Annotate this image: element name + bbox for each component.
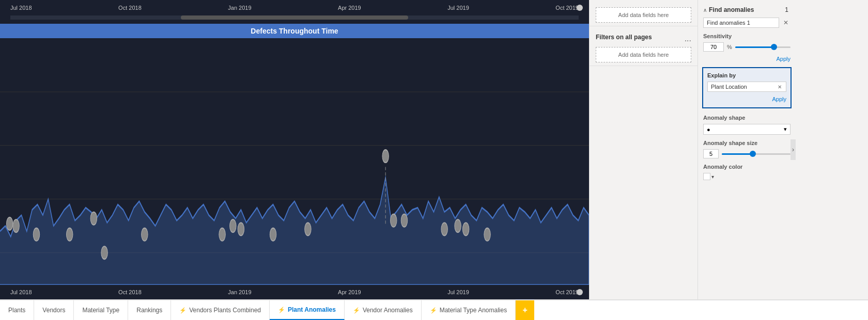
tab-vendors-plants-label: Vendors Plants Combined [189,307,261,314]
top-axis-label-5: Jul 2019 [447,5,469,11]
bottom-axis-label-2: Oct 2018 [118,289,142,295]
tab-vendor-anomalies[interactable]: ⚡ Vendor Anomalies [345,300,422,320]
svg-point-18 [382,150,389,163]
tab-material-type-label: Material Type [82,307,119,314]
tab-add-button[interactable]: + [516,300,534,320]
tab-rankings[interactable]: Rankings [128,300,171,320]
filter-section-2: Filters on all pages ... Add data fields… [590,30,698,66]
anomaly-name-badge[interactable]: Find anomalies 1 [703,18,779,28]
expand-arrow-icon: › [792,146,794,153]
tab-plants-label: Plants [8,307,25,314]
bottom-axis-label-4: Apr 2019 [338,289,361,295]
tab-vendor-anomalies-icon: ⚡ [353,307,360,314]
right-panel: ∧ Find anomalies 1 Find anomalies 1 ✕ Se… [698,0,796,299]
svg-point-10 [142,228,148,241]
tab-bar: Plants Vendors Material Type Rankings ⚡ … [0,299,868,320]
bottom-axis-label-1: Jul 2018 [10,289,32,295]
chart-title: Defects Throughout Time [0,24,589,38]
anomaly-size-value[interactable]: 5 [703,149,719,158]
svg-point-15 [305,222,311,235]
bottom-axis-label-6: Oct 2019 [555,289,579,295]
anomaly-shape-dropdown-arrow: ▾ [784,126,787,133]
tab-vendor-anomalies-label: Vendor Anomalies [363,307,413,314]
filter-add-box-1[interactable]: Add data fields here [596,7,691,23]
svg-point-22 [484,228,490,241]
anomaly-color-swatch [703,173,710,180]
sensitivity-apply-button[interactable]: Apply [698,54,796,64]
anomaly-shape-label: Anomaly shape [698,111,796,122]
explain-by-tag: Plant Location ✕ [707,82,786,92]
anomaly-size-row: 5 [698,147,796,161]
anomaly-shape-row: ● ▾ [698,122,796,137]
bottom-axis-label-3: Jan 2019 [228,289,251,295]
top-axis-label-2: Oct 2018 [118,5,142,11]
filters-panel: Add data fields here Filters on all page… [589,0,698,299]
explain-by-close-button[interactable]: ✕ [777,84,783,90]
tab-plant-anomalies-label: Plant Anomalies [288,306,336,313]
svg-point-6 [33,228,39,241]
scroll-dot-bottom[interactable] [577,289,583,295]
explain-by-tag-text: Plant Location [711,84,774,90]
svg-point-8 [90,212,97,225]
top-axis-label-1: Jul 2018 [10,5,32,11]
svg-point-11 [219,228,225,241]
svg-point-7 [67,228,73,241]
tab-material-type-anomalies-label: Material Type Anomalies [440,307,507,314]
svg-point-13 [238,222,244,235]
anomaly-color-swatch-box[interactable]: ▾ [703,173,714,180]
filter-section-1: Add data fields here [590,4,698,26]
svg-point-19 [441,222,447,235]
percent-label: % [727,44,732,50]
chart-scroll-bar-top[interactable] [10,15,579,20]
anomaly-color-row: ▾ [698,171,796,182]
explain-by-section: Explain by Plant Location ✕ Apply [702,67,792,108]
chart-main [0,38,589,285]
tab-vendors-plants-icon: ⚡ [179,307,187,314]
chart-bottom-axis: Jul 2018 Oct 2018 Jan 2019 Apr 2019 Jul … [0,285,589,299]
tab-plant-anomalies[interactable]: ⚡ Plant Anomalies [270,300,345,320]
tab-plants[interactable]: Plants [0,300,34,320]
sensitivity-value[interactable]: 70 [703,42,724,52]
tab-material-type[interactable]: Material Type [74,300,128,320]
tab-vendors[interactable]: Vendors [34,300,74,320]
sensitivity-label: Sensitivity [698,30,796,40]
filters-all-pages-title: Filters on all pages [596,34,652,41]
anomaly-name-row: Find anomalies 1 ✕ [698,15,796,30]
explain-by-label: Explain by [707,72,786,78]
svg-point-9 [101,246,107,259]
find-anomalies-title: Find anomalies [707,6,785,13]
svg-point-21 [462,222,469,235]
sensitivity-slider[interactable] [735,43,791,51]
tab-material-type-anomalies[interactable]: ⚡ Material Type Anomalies [422,300,516,320]
tab-vendors-plants[interactable]: ⚡ Vendors Plants Combined [171,300,270,320]
anomaly-close-button[interactable]: ✕ [781,18,791,27]
svg-point-4 [6,217,12,230]
sensitivity-row: 70 % [698,40,796,54]
anomaly-size-label: Anomaly shape size [698,137,796,147]
chevron-icon[interactable]: ∧ [703,7,707,13]
anomaly-color-label: Anomaly color [698,161,796,171]
anomaly-shape-value: ● [707,126,710,133]
svg-point-12 [230,219,236,232]
svg-point-14 [270,228,276,241]
svg-point-5 [13,219,19,232]
anomaly-shape-select[interactable]: ● ▾ [703,124,791,135]
panel-expand-arrow[interactable]: › [791,139,796,160]
filter-add-box-2[interactable]: Add data fields here [596,47,691,62]
anomaly-size-slider[interactable] [722,150,791,158]
bottom-axis-label-5: Jul 2019 [447,289,469,295]
tab-vendors-label: Vendors [42,307,65,314]
top-axis-label-4: Apr 2019 [338,5,361,11]
svg-point-17 [401,214,407,227]
svg-point-20 [455,219,461,232]
scroll-dot-top[interactable] [577,5,583,11]
color-dropdown-arrow: ▾ [711,174,714,180]
top-axis-label-6: Oct 2019 [555,5,579,11]
tab-rankings-label: Rankings [136,307,162,314]
tab-material-type-anomalies-icon: ⚡ [430,307,437,314]
chart-top-axis: Jul 2018 Oct 2018 Jan 2019 Apr 2019 Jul … [0,0,589,15]
explain-apply-button[interactable]: Apply [707,95,786,103]
find-anomalies-count: 1 [785,6,791,13]
top-axis-label-3: Jan 2019 [228,5,251,11]
filter-dots[interactable]: ... [685,34,691,43]
